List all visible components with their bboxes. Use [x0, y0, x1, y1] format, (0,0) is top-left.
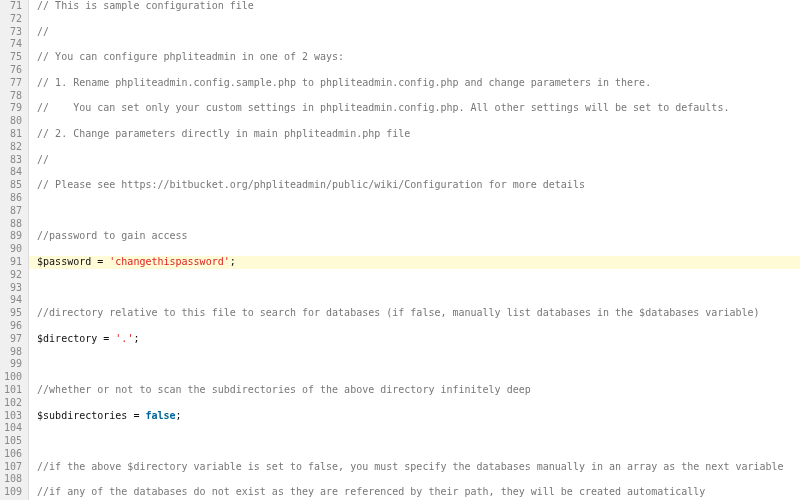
line-number: 74 [4, 38, 22, 51]
code-line[interactable] [29, 371, 800, 384]
code-line[interactable]: // 2. Change parameters directly in main… [29, 128, 800, 141]
code-line[interactable]: // You can configure phpliteadmin in one… [29, 51, 800, 64]
line-number: 80 [4, 115, 22, 128]
line-number: 105 [4, 435, 22, 448]
token-c: // [37, 154, 49, 165]
line-number: 107 [4, 461, 22, 474]
code-line[interactable] [29, 192, 800, 205]
token-v: $subdirectories [37, 410, 127, 421]
code-line[interactable] [29, 141, 800, 154]
line-number: 76 [4, 64, 22, 77]
line-number: 78 [4, 90, 22, 103]
token-s: '.' [115, 333, 133, 344]
code-line[interactable] [29, 90, 800, 103]
line-number: 73 [4, 26, 22, 39]
token-o: = [97, 333, 115, 344]
token-c: // [37, 26, 49, 37]
code-line[interactable]: //if any of the databases do not exist a… [29, 486, 800, 499]
code-line[interactable] [29, 115, 800, 128]
line-number: 96 [4, 320, 22, 333]
line-number: 82 [4, 141, 22, 154]
code-line[interactable] [29, 243, 800, 256]
code-line[interactable] [29, 320, 800, 333]
code-line[interactable] [29, 294, 800, 307]
token-o: = [127, 410, 145, 421]
line-number: 100 [4, 371, 22, 384]
code-line[interactable] [29, 13, 800, 26]
line-number: 99 [4, 358, 22, 371]
code-line[interactable]: $subdirectories = false; [29, 410, 800, 423]
token-k: false [145, 410, 175, 421]
line-number: 83 [4, 154, 22, 167]
token-c: // 1. Rename phpliteadmin.config.sample.… [37, 77, 651, 88]
token-c: //whether or not to scan the subdirector… [37, 384, 531, 395]
line-number: 104 [4, 422, 22, 435]
line-number: 106 [4, 448, 22, 461]
code-line[interactable]: // Please see https://bitbucket.org/phpl… [29, 179, 800, 192]
line-number: 98 [4, 346, 22, 359]
token-v: $directory [37, 333, 97, 344]
token-c: //directory relative to this file to sea… [37, 307, 759, 318]
code-line[interactable] [29, 38, 800, 51]
code-line[interactable] [29, 435, 800, 448]
code-line[interactable] [29, 282, 800, 295]
code-line[interactable]: // 1. Rename phpliteadmin.config.sample.… [29, 77, 800, 90]
code-line[interactable] [29, 397, 800, 410]
code-area[interactable]: // This is sample configuration file////… [29, 0, 800, 500]
line-number: 87 [4, 205, 22, 218]
line-number: 97 [4, 333, 22, 346]
line-number: 101 [4, 384, 22, 397]
code-line[interactable]: //password to gain access [29, 230, 800, 243]
line-number: 93 [4, 282, 22, 295]
code-line[interactable] [29, 422, 800, 435]
code-line[interactable] [29, 448, 800, 461]
code-line[interactable] [29, 269, 800, 282]
line-number: 109 [4, 486, 22, 499]
code-line[interactable]: // You can set only your custom settings… [29, 102, 800, 115]
code-line[interactable]: //whether or not to scan the subdirector… [29, 384, 800, 397]
token-c: // You can configure phpliteadmin in one… [37, 51, 344, 62]
code-line[interactable]: //directory relative to this file to sea… [29, 307, 800, 320]
line-number: 103 [4, 410, 22, 423]
code-line[interactable]: $password = 'changethispassword'; [29, 256, 800, 269]
token-c: // Please see https://bitbucket.org/phpl… [37, 179, 585, 190]
token-o: ; [176, 410, 182, 421]
token-c: // 2. Change parameters directly in main… [37, 128, 410, 139]
token-v: $password [37, 256, 91, 267]
line-number: 102 [4, 397, 22, 410]
line-number: 85 [4, 179, 22, 192]
code-line[interactable] [29, 473, 800, 486]
line-number: 79 [4, 102, 22, 115]
line-number: 88 [4, 218, 22, 231]
code-line[interactable]: // [29, 26, 800, 39]
line-number: 77 [4, 77, 22, 90]
line-number: 75 [4, 51, 22, 64]
code-line[interactable] [29, 64, 800, 77]
line-number: 86 [4, 192, 22, 205]
line-number: 90 [4, 243, 22, 256]
line-number: 91 [4, 256, 22, 269]
line-number: 81 [4, 128, 22, 141]
code-line[interactable] [29, 358, 800, 371]
line-number: 71 [4, 0, 22, 13]
line-number: 92 [4, 269, 22, 282]
token-c: // This is sample configuration file [37, 0, 254, 11]
line-number: 94 [4, 294, 22, 307]
line-number: 89 [4, 230, 22, 243]
token-s: 'changethispassword' [109, 256, 229, 267]
code-line[interactable] [29, 205, 800, 218]
token-o: ; [133, 333, 139, 344]
code-line[interactable]: //if the above $directory variable is se… [29, 461, 800, 474]
token-c: // You can set only your custom settings… [37, 102, 729, 113]
code-line[interactable] [29, 166, 800, 179]
token-o: ; [230, 256, 236, 267]
code-line[interactable] [29, 218, 800, 231]
token-o: = [91, 256, 109, 267]
token-c: //if any of the databases do not exist a… [37, 486, 705, 497]
line-number: 95 [4, 307, 22, 320]
code-line[interactable]: // This is sample configuration file [29, 0, 800, 13]
code-line[interactable] [29, 346, 800, 359]
code-line[interactable]: $directory = '.'; [29, 333, 800, 346]
line-number: 108 [4, 473, 22, 486]
code-line[interactable]: // [29, 154, 800, 167]
